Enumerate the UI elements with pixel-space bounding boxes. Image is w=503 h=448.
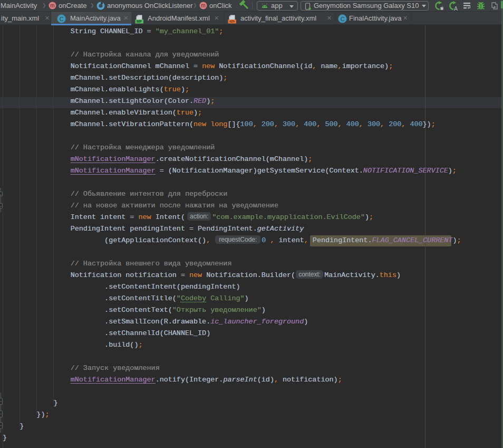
svg-text:A: A <box>454 5 458 11</box>
svg-text:C: C <box>60 16 64 22</box>
svg-text:MF: MF <box>137 20 142 23</box>
svg-text:m: m <box>201 3 205 8</box>
svg-text:m: m <box>50 3 54 8</box>
svg-text:C: C <box>341 16 345 22</box>
svg-text:</>: </> <box>229 20 235 23</box>
